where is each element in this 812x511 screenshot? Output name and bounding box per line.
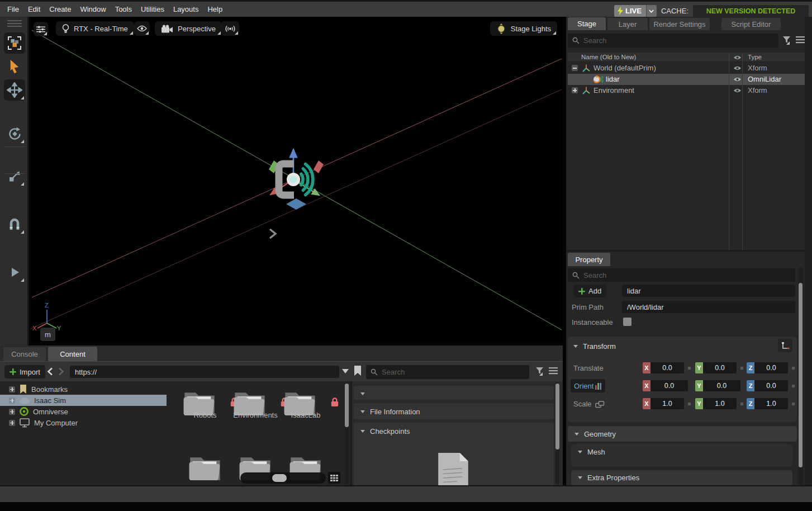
default-indicator[interactable] xyxy=(688,403,691,405)
stage-options-button[interactable] xyxy=(796,36,805,45)
tab-console[interactable]: Console xyxy=(3,347,46,361)
detail-scrollbar-thumb[interactable] xyxy=(555,384,559,450)
extra-properties-section-header[interactable]: Extra Properties xyxy=(571,470,792,485)
stage-filter-button[interactable] xyxy=(782,36,791,46)
stage-search-input[interactable] xyxy=(583,36,774,45)
translate-y-field[interactable]: 0.0 xyxy=(703,362,737,373)
checkpoints-section[interactable]: Checkpoints xyxy=(354,423,554,485)
orient-x-field[interactable]: 0.0 xyxy=(650,380,688,391)
stage-row-lidar[interactable]: lidar OmniLidar xyxy=(568,74,805,85)
live-button[interactable]: LIVE xyxy=(614,5,646,17)
add-property-button[interactable]: Add xyxy=(573,285,606,297)
grid-scrollbar[interactable] xyxy=(345,382,349,484)
tab-content[interactable]: Content xyxy=(48,347,97,361)
property-search-input[interactable] xyxy=(583,271,791,280)
prim-name-field[interactable] xyxy=(622,285,795,297)
stage-search-field[interactable] xyxy=(568,34,778,48)
detail-section-collapsed[interactable] xyxy=(354,386,554,400)
default-indicator[interactable] xyxy=(792,385,795,387)
prim-name[interactable]: lidar xyxy=(606,75,620,83)
property-search-field[interactable] xyxy=(568,268,795,282)
stage-lights-button[interactable]: Stage Lights xyxy=(490,21,557,36)
link-icon[interactable] xyxy=(595,401,605,408)
tree-item-my-computer[interactable]: My Computer xyxy=(0,417,167,428)
tree-item-bookmarks[interactable]: Bookmarks xyxy=(0,384,167,395)
stage-tree-header[interactable]: Name (Old to New) Type xyxy=(568,53,805,62)
scale-y-field[interactable]: 1.0 xyxy=(703,398,737,409)
menu-edit[interactable]: Edit xyxy=(28,5,40,13)
select-tool-button[interactable] xyxy=(4,56,25,77)
scale-x-field[interactable]: 1.0 xyxy=(650,398,684,409)
orient-y-field[interactable]: 0.0 xyxy=(703,380,740,391)
default-indicator[interactable] xyxy=(792,403,795,405)
live-dropdown-chevron[interactable] xyxy=(646,5,657,17)
menu-file[interactable]: File xyxy=(7,5,19,13)
transform-section-header[interactable]: Transform xyxy=(573,342,616,351)
default-indicator[interactable] xyxy=(792,367,795,370)
column-name[interactable]: Name (Old to New) xyxy=(581,54,636,60)
address-bar[interactable] xyxy=(70,366,339,378)
forward-icon[interactable] xyxy=(58,367,64,376)
viewport-3d[interactable]: Z X Y RTX - Real-Time Perspective xyxy=(31,17,563,342)
eye-icon[interactable] xyxy=(733,77,742,82)
menu-layouts[interactable]: Layouts xyxy=(173,5,199,13)
mesh-section-header[interactable]: Mesh xyxy=(578,448,605,456)
menu-create[interactable]: Create xyxy=(49,5,71,13)
bookmark-icon[interactable] xyxy=(354,366,362,376)
address-dropdown-icon[interactable] xyxy=(342,369,349,373)
play-button[interactable] xyxy=(4,262,25,283)
viewport-settings-button[interactable] xyxy=(34,22,48,36)
local-space-button[interactable] xyxy=(778,339,792,352)
grid-scrollbar-thumb[interactable] xyxy=(345,384,349,427)
menu-utilities[interactable]: Utilities xyxy=(141,5,164,13)
tab-property[interactable]: Property xyxy=(568,253,610,266)
translate-x-field[interactable]: 0.0 xyxy=(650,362,684,373)
expander-icon[interactable] xyxy=(9,386,15,392)
unit-badge[interactable]: m xyxy=(40,328,55,341)
visibility-button[interactable] xyxy=(134,21,150,36)
prim-path-input[interactable] xyxy=(627,303,790,311)
rotate-tool-button[interactable] xyxy=(4,123,25,144)
lidar-prim-icon[interactable] xyxy=(279,164,313,195)
expander-icon[interactable] xyxy=(9,398,15,404)
default-indicator[interactable] xyxy=(740,403,743,405)
tab-render-settings[interactable]: Render Settings xyxy=(649,18,710,30)
tab-layer[interactable]: Layer xyxy=(607,18,648,30)
column-divider[interactable] xyxy=(729,53,729,250)
folder-environments[interactable]: Environments xyxy=(230,388,281,419)
scale-z-field[interactable]: 1.0 xyxy=(754,398,788,409)
menu-tools[interactable]: Tools xyxy=(115,5,132,13)
expander-icon[interactable] xyxy=(9,420,15,426)
content-view-options-button[interactable] xyxy=(549,367,558,376)
content-search-field[interactable] xyxy=(366,365,529,379)
selection-mode-button[interactable] xyxy=(4,32,25,54)
content-search-input[interactable] xyxy=(382,368,525,376)
menu-help[interactable]: Help xyxy=(207,5,222,13)
prim-name[interactable]: Environment xyxy=(593,86,634,94)
column-type[interactable]: Type xyxy=(748,54,762,60)
property-scrollbar[interactable] xyxy=(798,267,803,485)
visibility-column-icon[interactable] xyxy=(733,55,742,60)
file-information-section[interactable]: File Information xyxy=(354,403,554,419)
translate-z-field[interactable]: 0.0 xyxy=(754,362,788,373)
address-input[interactable] xyxy=(75,368,334,376)
default-indicator[interactable] xyxy=(740,367,743,370)
orient-label-box[interactable]: Orient xyxy=(571,379,605,392)
gizmo-plane-handle-blue[interactable] xyxy=(286,198,306,210)
prim-path-field[interactable] xyxy=(622,301,795,313)
default-indicator[interactable] xyxy=(688,367,691,370)
toolbar-drag-handle-icon[interactable] xyxy=(4,18,25,29)
eye-icon[interactable] xyxy=(733,65,742,71)
back-icon[interactable] xyxy=(47,367,53,376)
grid-view-button[interactable] xyxy=(328,472,340,484)
broadcast-button[interactable] xyxy=(221,21,239,36)
tab-stage[interactable]: Stage xyxy=(568,17,606,30)
gizmo-plane-handle-red[interactable] xyxy=(314,160,324,173)
collapse-expander[interactable] xyxy=(572,65,578,71)
slider-thumb[interactable] xyxy=(272,474,287,482)
tree-item-omniverse[interactable]: Omniverse xyxy=(0,406,167,417)
folder-robots[interactable]: Robots xyxy=(180,388,230,419)
camera-button[interactable]: Perspective xyxy=(155,21,222,36)
stage-row-world[interactable]: World (defaultPrim) Xform xyxy=(568,63,805,74)
collapse-expander[interactable] xyxy=(572,87,578,93)
